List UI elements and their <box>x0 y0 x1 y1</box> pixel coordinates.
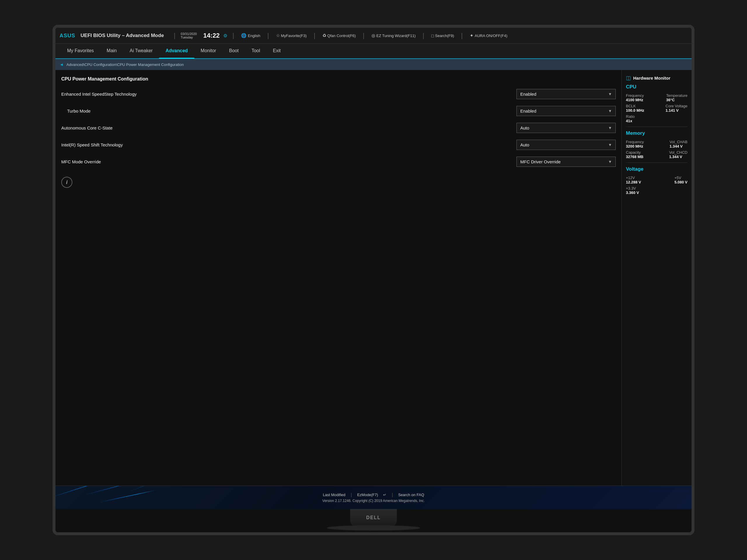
english-btn[interactable]: 🌐 English <box>239 32 262 39</box>
search-faq-btn[interactable]: Search on FAQ <box>398 492 424 497</box>
speedstep-select[interactable]: Enabled ▼ <box>516 89 616 99</box>
main-area: CPU Power Management Configuration Enhan… <box>55 70 692 486</box>
cstate-select[interactable]: Auto ▼ <box>516 123 616 133</box>
divider-1: | <box>174 32 176 39</box>
breadcrumb: Advanced\CPU Configuration\CPU Power Man… <box>67 62 184 67</box>
nav-bar: My Favorites Main Ai Tweaker Advanced Mo… <box>55 44 692 59</box>
monitor-outer: ASUS UEFI BIOS Utility – Advanced Mode |… <box>53 25 694 535</box>
footer-version: Version 2.17.1246. Copyright (C) 2019 Am… <box>323 499 425 503</box>
breadcrumb-arrow-icon: ◄ <box>59 62 63 67</box>
turbo-select[interactable]: Enabled ▼ <box>516 106 616 116</box>
monitor-brand: DELL <box>366 515 381 520</box>
nav-advanced[interactable]: Advanced <box>159 44 194 59</box>
config-row-mfc: MFC Mode Override MFC Driver Override ▼ <box>61 155 616 168</box>
divider-7: | <box>461 32 463 39</box>
nav-boot[interactable]: Boot <box>223 44 245 59</box>
volt-12-label: +12V <box>626 176 641 180</box>
mem-section-title: Memory <box>626 130 688 136</box>
mem-cap-label: Capacity <box>626 150 643 155</box>
hw-monitor-label: Hardware Monitor <box>633 76 671 80</box>
cstate-arrow-icon: ▼ <box>608 126 612 130</box>
cpu-ratio-row: Ratio 41x <box>626 114 688 123</box>
cpu-ratio-label: Ratio <box>626 114 635 119</box>
speedshift-value: Auto <box>520 142 529 147</box>
mem-freq-row: Frequency 3200 MHz Vol_CHAB 1.344 V <box>626 140 688 149</box>
speedshift-arrow-icon: ▼ <box>608 143 612 147</box>
cpu-ratio-value: 41x <box>626 119 635 123</box>
footer-top-row: Last Modified | EzMode(F7) ↵ | Search on… <box>323 492 424 498</box>
search-btn-label: Search(F9) <box>435 33 454 38</box>
mfc-label: MFC Mode Override <box>61 159 516 164</box>
nav-main[interactable]: Main <box>100 44 123 59</box>
mem-freq-label: Frequency <box>626 140 644 144</box>
time-display: 14:22 <box>203 32 220 39</box>
date-text: 03/31/2020 <box>181 32 197 35</box>
volt-12-value: 12.288 V <box>626 180 641 184</box>
volt-section-title: Voltage <box>626 166 688 172</box>
qfan-btn[interactable]: ♻ Qfan Control(F6) <box>321 32 358 39</box>
divider-5: | <box>363 32 364 39</box>
config-row-speedstep: Enhanced Intel SpeedStep Technology Enab… <box>61 87 616 100</box>
nav-tool-label: Tool <box>252 48 260 53</box>
hw-monitor-title-block: ◫ Hardware Monitor <box>626 75 688 81</box>
stand-base <box>327 525 420 531</box>
section-title: CPU Power Management Configuration <box>61 76 616 82</box>
qfan-icon: ♻ <box>323 33 326 38</box>
volt-33-row: +3.3V 3.360 V <box>626 186 688 195</box>
sidebar: ◫ Hardware Monitor CPU Frequency 4100 MH… <box>621 70 692 486</box>
datetime-block: 03/31/2020 Tuesday <box>181 32 197 39</box>
divider-6: | <box>422 32 424 39</box>
cstate-value: Auto <box>520 126 529 130</box>
hw-monitor-icon: ◫ <box>626 75 631 81</box>
ez-mode-btn[interactable]: EzMode(F7) <box>357 492 378 497</box>
nav-myfavorites[interactable]: My Favorites <box>61 44 100 59</box>
search-btn[interactable]: □ Search(F9) <box>430 32 456 39</box>
myfav-icon: ☆ <box>276 33 280 38</box>
speedshift-select[interactable]: Auto ▼ <box>516 140 616 150</box>
ez-tuning-btn[interactable]: ◎ EZ Tuning Wizard(F11) <box>370 32 417 39</box>
last-modified-btn[interactable]: Last Modified <box>323 492 345 497</box>
content-panel: CPU Power Management Configuration Enhan… <box>55 70 621 486</box>
myfav-label: MyFavorite(F3) <box>281 33 307 38</box>
nav-main-label: Main <box>107 48 117 53</box>
cpu-bclk-value: 100.0 MHz <box>626 108 644 113</box>
turbo-arrow-icon: ▼ <box>608 109 612 113</box>
volt-12-row: +12V 12.288 V +5V 5.080 V <box>626 176 688 184</box>
cpu-freq-row: Frequency 4100 MHz Temperature 36°C <box>626 93 688 102</box>
search-btn-icon: □ <box>431 33 434 38</box>
divider-3: | <box>267 32 269 39</box>
cpu-bclk-row: BCLK 100.0 MHz Core Voltage 1.141 V <box>626 104 688 113</box>
cpu-section-title: CPU <box>626 84 688 90</box>
volt-5-value: 5.080 V <box>674 180 688 184</box>
cpu-corevolt-value: 1.141 V <box>666 108 688 113</box>
myfavorite-btn[interactable]: ☆ MyFavorite(F3) <box>274 32 308 39</box>
mem-cap-value: 32768 MB <box>626 155 643 159</box>
info-icon[interactable]: i <box>61 177 72 188</box>
volt-33-label: +3.3V <box>626 186 639 190</box>
qfan-label: Qfan Control(F6) <box>327 33 356 38</box>
mfc-select[interactable]: MFC Driver Override ▼ <box>516 157 616 167</box>
cstate-label: Autonomous Core C-State <box>61 126 516 130</box>
cpu-temp-value: 36°C <box>666 98 688 102</box>
cpu-temp-label: Temperature <box>666 93 688 98</box>
ez-label: EZ Tuning Wizard(F11) <box>377 33 415 38</box>
clock-icon: ⚙ <box>223 33 227 38</box>
nav-tool[interactable]: Tool <box>245 44 266 59</box>
nav-myfavorites-label: My Favorites <box>67 48 94 53</box>
top-bar: ASUS UEFI BIOS Utility – Advanced Mode |… <box>55 28 692 44</box>
mfc-value: MFC Driver Override <box>520 159 561 164</box>
breadcrumb-bar: ◄ Advanced\CPU Configuration\CPU Power M… <box>55 59 692 70</box>
globe-icon: 🌐 <box>241 33 247 38</box>
nav-exit[interactable]: Exit <box>266 44 287 59</box>
volt-5-label: +5V <box>674 176 688 180</box>
nav-aitweaker[interactable]: Ai Tweaker <box>123 44 159 59</box>
nav-advanced-label: Advanced <box>165 48 188 53</box>
nav-exit-label: Exit <box>273 48 281 53</box>
nav-monitor[interactable]: Monitor <box>194 44 223 59</box>
mem-cap-row: Capacity 32768 MB Vol_CHCD 1.344 V <box>626 150 688 159</box>
ez-icon: ◎ <box>371 33 375 38</box>
aura-btn[interactable]: ✦ AURA ON/OFF(F4) <box>468 32 509 39</box>
mem-volchcd-label: Vol_CHCD <box>669 150 688 155</box>
footer: Last Modified | EzMode(F7) ↵ | Search on… <box>55 486 692 509</box>
footer-divider-2: | <box>392 492 393 498</box>
